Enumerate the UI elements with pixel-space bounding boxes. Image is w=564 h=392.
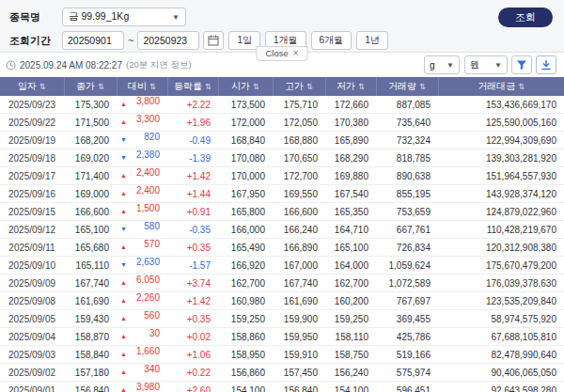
cell-rate: +3.74: [167, 274, 218, 292]
cell-high: 156,840: [273, 382, 325, 392]
date-range-separator: ~: [128, 35, 133, 46]
cell-high: 157,450: [273, 364, 325, 382]
cell-close: 169,000: [64, 185, 117, 203]
cell-date: 2025/09/04: [0, 328, 64, 346]
cell-high: 167,000: [273, 257, 325, 274]
cell-close: 169,020: [64, 149, 117, 167]
cell-low: 158,750: [325, 346, 376, 364]
clock-icon: [6, 60, 16, 71]
cell-amount: 153,436,669,170: [438, 96, 564, 114]
cell-rate: +1.96: [167, 114, 218, 132]
col-header-volume[interactable]: 거래량⇅: [376, 77, 438, 96]
cell-rate: -1.39: [167, 149, 218, 167]
cell-high: 167,740: [273, 274, 325, 292]
cell-rate: +0.22: [167, 364, 218, 382]
table-row: 2025/09/15166,600▲1,500+0.91165,800166,6…: [0, 203, 564, 221]
down-arrow-icon: ▼: [120, 257, 127, 274]
up-arrow-icon: ▲: [120, 292, 127, 309]
date-from-input[interactable]: [62, 31, 124, 50]
cell-volume: 1,072,589: [376, 274, 438, 292]
filter-button[interactable]: [511, 55, 532, 74]
item-select[interactable]: 금 99.99_1Kg ▼: [62, 8, 186, 26]
cell-low: 165,100: [325, 239, 376, 257]
cell-low: 165,350: [325, 203, 376, 221]
cell-change: ▲340: [117, 364, 167, 382]
cell-open: 165,490: [218, 239, 273, 257]
col-header-rate[interactable]: 등락률⇅: [167, 77, 218, 96]
col-header-low[interactable]: 저가⇅: [325, 77, 376, 96]
table-row: 2025/09/05159,430▲560+0.35159,250159,900…: [0, 310, 564, 328]
cell-low: 169,880: [325, 167, 376, 185]
cell-close: 171,400: [64, 167, 117, 185]
weight-unit-select[interactable]: g ▼: [424, 55, 460, 74]
cell-low: 168,290: [325, 149, 376, 167]
cell-volume: 753,659: [376, 203, 438, 221]
cell-volume: 726,834: [376, 239, 438, 257]
download-button[interactable]: [536, 55, 556, 74]
close-icon[interactable]: ×: [293, 48, 299, 58]
cell-date: 2025/09/09: [0, 274, 64, 292]
table-row: 2025/09/22171,500▲3,300+1.96172,000172,0…: [0, 114, 564, 132]
cell-open: 168,840: [218, 132, 273, 149]
currency-unit-select[interactable]: 원 ▼: [464, 55, 508, 74]
col-header-close[interactable]: 종가⇅: [64, 77, 117, 96]
col-header-open[interactable]: 시가⇅: [218, 77, 273, 96]
cell-amount: 125,590,005,160: [438, 114, 564, 132]
cell-high: 166,600: [273, 203, 325, 221]
cell-low: 164,000: [325, 257, 376, 274]
cell-low: 164,710: [325, 221, 376, 239]
cell-open: 156,860: [218, 364, 273, 382]
cell-change: ▲560: [117, 310, 167, 328]
cell-high: 159,950: [273, 328, 325, 346]
chevron-down-icon: ▼: [172, 13, 180, 22]
cell-open: 167,950: [218, 185, 273, 203]
sort-icon: ⇅: [39, 82, 46, 91]
down-arrow-icon: ▼: [120, 221, 127, 238]
cell-open: 154,100: [218, 382, 273, 392]
close-tab-label: Close: [265, 48, 288, 58]
cell-rate: -0.35: [167, 221, 218, 239]
cell-high: 170,650: [273, 149, 325, 167]
close-tab[interactable]: Close ×: [256, 46, 307, 61]
up-arrow-icon: ▲: [120, 346, 127, 363]
cell-low: 160,200: [325, 292, 376, 310]
table-row: 2025/09/04158,870▲30+0.02158,860159,9501…: [0, 328, 564, 346]
calendar-button[interactable]: [203, 31, 224, 50]
cell-open: 158,860: [218, 328, 273, 346]
cell-rate: +1.42: [167, 292, 218, 310]
cell-change: ▼580: [117, 221, 167, 239]
cell-date: 2025/09/22: [0, 114, 64, 132]
cell-volume: 767,697: [376, 292, 438, 310]
cell-close: 166,600: [64, 203, 117, 221]
cell-close: 161,690: [64, 292, 117, 310]
col-header-high[interactable]: 고가⇅: [273, 77, 325, 96]
item-row: 종목명 금 99.99_1Kg ▼: [9, 7, 555, 27]
cell-close: 175,300: [64, 96, 117, 114]
cell-open: 158,950: [218, 346, 273, 364]
cell-volume: 425,786: [376, 328, 438, 346]
cell-rate: -1.57: [167, 257, 218, 274]
cell-amount: 120,312,908,380: [438, 239, 564, 257]
col-header-change[interactable]: 대비⇅: [117, 77, 167, 96]
col-header-date[interactable]: 일자⇅: [0, 77, 64, 96]
range-1year-button[interactable]: 1년: [356, 31, 388, 50]
cell-volume: 667,761: [376, 221, 438, 239]
cell-volume: 890,638: [376, 167, 438, 185]
price-history-table: 일자⇅ 종가⇅ 대비⇅ 등락률⇅ 시가⇅ 고가⇅ 저가⇅ 거래량⇅ 거래대금⇅ …: [0, 77, 564, 392]
range-6month-button[interactable]: 6개월: [311, 31, 352, 50]
search-button[interactable]: 조회: [498, 8, 553, 27]
cell-open: 159,250: [218, 310, 273, 328]
cell-open: 170,080: [218, 149, 273, 167]
cell-amount: 67,688,105,810: [438, 328, 564, 346]
cell-low: 156,240: [325, 364, 376, 382]
cell-close: 158,840: [64, 346, 117, 364]
cell-high: 159,910: [273, 346, 325, 364]
col-header-amount[interactable]: 거래대금⇅: [438, 77, 564, 96]
cell-date: 2025/09/11: [0, 239, 64, 257]
up-arrow-icon: ▲: [120, 114, 127, 131]
cell-amount: 122,994,309,690: [438, 132, 564, 149]
up-arrow-icon: ▲: [120, 364, 127, 381]
delay-note: (20분 지연 정보): [126, 59, 192, 71]
cell-high: 168,880: [273, 132, 325, 149]
date-to-input[interactable]: [137, 31, 199, 50]
